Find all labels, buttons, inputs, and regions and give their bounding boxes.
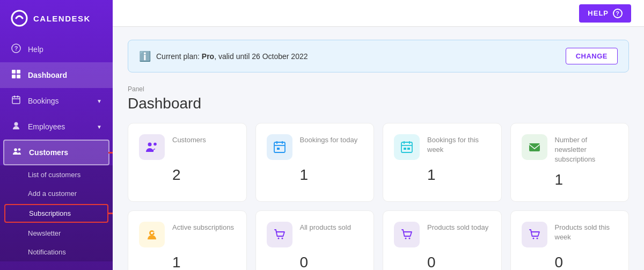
main-content: HELP ? ℹ️ Current plan: Pro, valid until… bbox=[113, 0, 644, 270]
plan-text: Current plan: Pro, valid until 26 Octobe… bbox=[156, 52, 308, 61]
svg-point-14 bbox=[148, 143, 152, 147]
bookings-week-stat-icon bbox=[394, 134, 420, 160]
sidebar-help-label: Help bbox=[28, 45, 43, 54]
sidebar-item-employees[interactable]: Employees ▼ bbox=[0, 114, 113, 140]
stat-card-newsletter: Number of newsletter subscriptions 1 bbox=[510, 123, 630, 202]
sidebar: CALENDESK ? Help Dashboard Bookings ▼ bbox=[0, 0, 113, 270]
sidebar-item-dashboard[interactable]: Dashboard bbox=[0, 62, 113, 88]
svg-point-32 bbox=[405, 237, 407, 239]
info-icon: ℹ️ bbox=[139, 50, 151, 62]
plan-banner: ℹ️ Current plan: Pro, valid until 26 Oct… bbox=[128, 40, 629, 72]
notifications-label: Notifications bbox=[28, 248, 66, 256]
svg-text:?: ? bbox=[14, 45, 18, 52]
breadcrumb: Panel bbox=[128, 85, 629, 93]
sidebar-item-customers[interactable]: Customers bbox=[3, 140, 109, 165]
stat-card-bookings-today: Bookings for today 1 bbox=[255, 123, 375, 202]
sidebar-item-bookings[interactable]: Bookings ▼ bbox=[0, 88, 113, 114]
stats-row-2: Active subscriptions 1 All products sold… bbox=[128, 210, 629, 270]
svg-rect-6 bbox=[17, 75, 20, 78]
app-name: CALENDESK bbox=[33, 14, 91, 23]
topbar: HELP ? bbox=[113, 0, 644, 27]
customers-stat-value: 2 bbox=[172, 166, 236, 184]
subscriptions-label: Subscriptions bbox=[29, 209, 71, 217]
svg-rect-7 bbox=[12, 97, 20, 104]
dashboard-content: ℹ️ Current plan: Pro, valid until 26 Oct… bbox=[113, 27, 644, 270]
bookings-week-stat-value: 1 bbox=[427, 166, 491, 184]
page-title: Dashboard bbox=[128, 95, 629, 112]
svg-point-0 bbox=[12, 11, 27, 26]
customers-icon bbox=[12, 147, 23, 158]
help-button-label: HELP bbox=[588, 9, 609, 17]
stats-row-1: Customers 2 Bookings for today 1 bbox=[128, 123, 629, 202]
plan-text-suffix: , valid until 26 October 2022 bbox=[214, 52, 308, 61]
svg-rect-3 bbox=[12, 70, 16, 74]
sidebar-notifications[interactable]: Notifications bbox=[0, 243, 113, 261]
products-today-stat-value: 0 bbox=[427, 254, 491, 270]
sidebar-item-help[interactable]: ? Help bbox=[0, 37, 113, 62]
customers-subnav: List of customers Add a customer Subscri… bbox=[0, 165, 113, 261]
logo-icon bbox=[11, 10, 28, 27]
sidebar-add-customer[interactable]: Add a customer bbox=[0, 184, 113, 203]
svg-rect-27 bbox=[529, 143, 540, 151]
svg-point-15 bbox=[153, 143, 157, 146]
newsletter-label: Newsletter bbox=[28, 229, 61, 237]
list-customers-label: List of customers bbox=[28, 171, 80, 179]
app-logo: CALENDESK bbox=[0, 0, 113, 37]
add-customer-label: Add a customer bbox=[28, 189, 77, 198]
customers-stat-icon bbox=[139, 134, 165, 160]
svg-rect-4 bbox=[17, 70, 20, 74]
svg-point-34 bbox=[532, 237, 534, 239]
stat-card-bookings-week: Bookings for this week 1 bbox=[383, 123, 502, 202]
active-subs-stat-icon bbox=[139, 222, 165, 247]
sidebar-subscriptions[interactable]: Subscriptions bbox=[4, 204, 108, 223]
plan-text-prefix: Current plan: bbox=[156, 52, 200, 61]
svg-point-35 bbox=[536, 237, 538, 239]
sidebar-employees-label: Employees bbox=[28, 122, 65, 131]
all-products-stat-label: All products sold bbox=[300, 222, 351, 232]
svg-rect-26 bbox=[407, 148, 410, 150]
stat-card-products-today: Products sold today 0 bbox=[383, 210, 502, 270]
svg-rect-16 bbox=[274, 142, 285, 152]
svg-point-31 bbox=[281, 237, 283, 239]
svg-point-11 bbox=[14, 122, 18, 126]
sidebar-list-customers[interactable]: List of customers bbox=[0, 165, 113, 184]
sidebar-dashboard-label: Dashboard bbox=[28, 71, 67, 79]
newsletter-stat-icon bbox=[522, 134, 547, 160]
bookings-icon bbox=[11, 95, 21, 107]
all-products-stat-value: 0 bbox=[300, 254, 363, 270]
svg-point-33 bbox=[409, 237, 411, 239]
help-button[interactable]: HELP ? bbox=[579, 4, 631, 23]
svg-rect-20 bbox=[277, 148, 280, 150]
employees-icon bbox=[11, 121, 21, 133]
employees-chevron: ▼ bbox=[97, 124, 102, 130]
products-today-stat-label: Products sold today bbox=[427, 222, 488, 232]
customers-stat-label: Customers bbox=[172, 134, 206, 145]
svg-point-12 bbox=[14, 148, 17, 151]
bookings-week-stat-label: Bookings for this week bbox=[427, 134, 491, 155]
sidebar-customers-label: Customers bbox=[29, 148, 68, 157]
all-products-stat-icon bbox=[267, 222, 292, 247]
products-week-stat-label: Products sold this week bbox=[555, 222, 618, 242]
products-week-stat-value: 0 bbox=[555, 254, 618, 270]
sidebar-navigation: ? Help Dashboard Bookings ▼ Employees ▼ bbox=[0, 37, 113, 270]
newsletter-stat-label: Number of newsletter subscriptions bbox=[555, 134, 618, 165]
bookings-chevron: ▼ bbox=[97, 98, 102, 104]
svg-rect-21 bbox=[401, 142, 412, 152]
products-week-stat-icon bbox=[522, 222, 547, 247]
dashboard-icon bbox=[11, 69, 21, 81]
stat-card-customers: Customers 2 bbox=[128, 123, 247, 202]
plan-info: ℹ️ Current plan: Pro, valid until 26 Oct… bbox=[139, 50, 308, 62]
bookings-today-stat-value: 1 bbox=[300, 166, 363, 184]
help-icon: ? bbox=[11, 43, 21, 55]
newsletter-stat-value: 1 bbox=[555, 171, 618, 188]
svg-rect-25 bbox=[404, 148, 406, 150]
sidebar-newsletter[interactable]: Newsletter bbox=[0, 224, 113, 243]
svg-point-13 bbox=[18, 148, 21, 151]
svg-rect-5 bbox=[12, 75, 16, 78]
active-subs-stat-value: 1 bbox=[172, 254, 236, 270]
bookings-today-stat-icon bbox=[267, 134, 292, 160]
change-plan-button[interactable]: CHANGE bbox=[566, 48, 618, 64]
stat-card-active-subs: Active subscriptions 1 bbox=[128, 210, 247, 270]
sidebar-bookings-label: Bookings bbox=[28, 97, 59, 105]
help-question-mark: ? bbox=[613, 9, 623, 18]
